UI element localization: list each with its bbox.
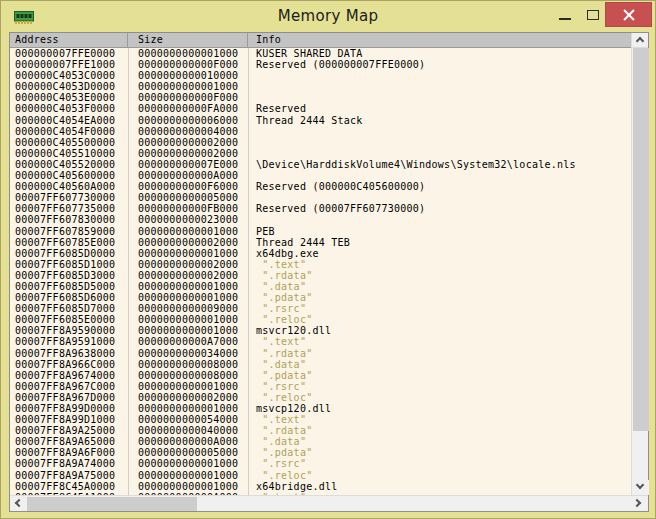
address-cell: 00007FF8A9674000: [10, 370, 128, 381]
table-row[interactable]: 00007FF8A9A250000000000000040000 ".rdata…: [10, 425, 631, 436]
size-cell: 0000000000040000: [128, 425, 248, 436]
info-cell: [248, 192, 631, 203]
horizontal-scrollbar[interactable]: [10, 495, 648, 511]
table-row[interactable]: 00007FF6078300000000000000023000: [10, 214, 631, 225]
table-row[interactable]: 000000C40560A00000000000000F6000Reserved…: [10, 181, 631, 192]
scroll-right-button[interactable]: [631, 496, 648, 511]
table-row[interactable]: 00007FF6085E00000000000000001000 ".reloc…: [10, 314, 631, 325]
info-cell: [248, 170, 631, 181]
size-cell: 0000000000008000: [128, 359, 248, 370]
table-row[interactable]: 00007FF6085D50000000000000001000 ".data": [10, 281, 631, 292]
table-row[interactable]: 000000C4053E0000000000000000F000: [10, 92, 631, 103]
address-cell: 000000C4053C0000: [10, 70, 128, 81]
address-cell: 00007FF60785E000: [10, 237, 128, 248]
table-row[interactable]: 000000C4055100000000000000002000: [10, 148, 631, 159]
table-row[interactable]: 00007FF8A959100000000000000A7000 ".text": [10, 336, 631, 347]
column-header-info[interactable]: Info: [248, 33, 631, 47]
close-button[interactable]: [605, 2, 652, 27]
table-row[interactable]: 000000C4054F00000000000000004000: [10, 126, 631, 137]
horizontal-scrollbar-thumb[interactable]: [27, 497, 197, 511]
table-row[interactable]: 00007FF60773500000000000000FB000Reserved…: [10, 203, 631, 214]
info-cell: ".reloc": [248, 392, 631, 403]
titlebar[interactable]: Memory Map: [1, 1, 655, 31]
size-cell: 0000000000001000: [128, 281, 248, 292]
column-divider: [248, 48, 249, 495]
info-cell: ".pdata": [248, 370, 631, 381]
address-cell: 000000C405510000: [10, 148, 128, 159]
address-cell: 00007FF8A9591000: [10, 336, 128, 347]
info-cell: [248, 70, 631, 81]
table-row[interactable]: 00007FF6085D30000000000000002000 ".rdata…: [10, 270, 631, 281]
address-cell: 000000C405520000: [10, 159, 128, 170]
info-cell: [248, 214, 631, 225]
vertical-scrollbar[interactable]: [631, 48, 648, 495]
table-row[interactable]: 00007FF8A96380000000000000034000 ".rdata…: [10, 348, 631, 359]
column-header-size[interactable]: Size: [128, 33, 248, 47]
table-row[interactable]: 00007FF8A95900000000000000001000msvcr120…: [10, 325, 631, 336]
address-cell: 00007FF8A9A6F000: [10, 447, 128, 458]
size-cell: 0000000000001000: [128, 81, 248, 92]
table-row[interactable]: 00007FF8A967C0000000000000001000 ".rsrc": [10, 381, 631, 392]
info-cell: PEB: [248, 226, 631, 237]
table-row[interactable]: 000000007FFE00000000000000001000KUSER_SH…: [10, 48, 631, 59]
table-row[interactable]: 00007FF6078590000000000000001000PEB: [10, 226, 631, 237]
table-row[interactable]: 00007FF6077300000000000000005000: [10, 192, 631, 203]
table-row[interactable]: 00007FF8A99D10000000000000054000 ".text": [10, 414, 631, 425]
table-row[interactable]: 00007FF6085D60000000000000001000 ".pdata…: [10, 292, 631, 303]
table-row[interactable]: 00007FF6085D00000000000000001000x64dbg.e…: [10, 248, 631, 259]
info-cell: ".pdata": [248, 292, 631, 303]
size-cell: 0000000000023000: [128, 214, 248, 225]
info-cell: ".data": [248, 281, 631, 292]
table-row[interactable]: 000000C405520000000000000007E000\Device\…: [10, 159, 631, 170]
chevron-right-icon: [633, 499, 641, 507]
size-cell: 0000000000001000: [128, 481, 248, 492]
table-row[interactable]: 000000C4054EA0000000000000006000Thread 2…: [10, 115, 631, 126]
scroll-down-button[interactable]: [632, 480, 649, 495]
table-row[interactable]: 00007FF8A9A65000000000000000A000 ".data": [10, 436, 631, 447]
table-row[interactable]: 000000C4055000000000000000002000: [10, 137, 631, 148]
column-header-address[interactable]: Address: [10, 33, 128, 47]
table-row[interactable]: 000000007FFE1000000000000000F000Reserved…: [10, 59, 631, 70]
scroll-up-button[interactable]: [631, 33, 648, 48]
info-cell: Reserved (000000C405600000): [248, 181, 631, 192]
table-row[interactable]: 000000C4053C00000000000000010000: [10, 70, 631, 81]
table-row[interactable]: 00007FF6085D10000000000000002000 ".text": [10, 259, 631, 270]
size-cell: 00000000000A7000: [128, 336, 248, 347]
info-cell: ".rsrc": [248, 381, 631, 392]
table-row[interactable]: 00007FF8A9A6F0000000000000005000 ".pdata…: [10, 447, 631, 458]
table-row[interactable]: 00007FF60785E0000000000000002000Thread 2…: [10, 237, 631, 248]
address-cell: 00007FF6085D7000: [10, 303, 128, 314]
info-cell: [248, 126, 631, 137]
table-row[interactable]: 00007FF8A9A750000000000000001000 ".reloc…: [10, 470, 631, 481]
table-row[interactable]: 00007FF8A99D00000000000000001000msvcp120…: [10, 403, 631, 414]
chevron-up-icon: [636, 37, 644, 45]
info-cell: msvcp120.dll: [248, 403, 631, 414]
minimize-button[interactable]: [551, 2, 579, 27]
vertical-scrollbar-thumb[interactable]: [633, 48, 649, 431]
table-row[interactable]: 00007FF8A9A740000000000000001000 ".rsrc": [10, 458, 631, 469]
address-cell: 000000C40560A000: [10, 181, 128, 192]
info-cell: ".text": [248, 336, 631, 347]
info-cell: ".rsrc": [248, 303, 631, 314]
table-row[interactable]: 000000C4053D00000000000000001000: [10, 81, 631, 92]
size-cell: 0000000000001000: [128, 403, 248, 414]
size-cell: 0000000000001000: [128, 325, 248, 336]
size-cell: 0000000000002000: [128, 148, 248, 159]
table-row[interactable]: 00007FF8A966C0000000000000008000 ".data": [10, 359, 631, 370]
table-row[interactable]: 00007FF8A96740000000000000008000 ".pdata…: [10, 370, 631, 381]
size-cell: 00000000000F6000: [128, 181, 248, 192]
table-row[interactable]: 00007FF8C45A00000000000000001000x64bridg…: [10, 481, 631, 492]
info-cell: ".rdata": [248, 348, 631, 359]
info-cell: ".rsrc": [248, 458, 631, 469]
table-row[interactable]: 00007FF8A967D0000000000000002000 ".reloc…: [10, 392, 631, 403]
size-cell: 0000000000002000: [128, 137, 248, 148]
table-row[interactable]: 000000C4053F000000000000000FA000Reserved: [10, 103, 631, 114]
address-cell: 00007FF8A9A65000: [10, 436, 128, 447]
table-row[interactable]: 00007FF6085D70000000000000009000 ".rsrc": [10, 303, 631, 314]
scroll-left-button[interactable]: [10, 496, 27, 511]
maximize-button[interactable]: [581, 2, 605, 27]
info-cell: KUSER_SHARED_DATA: [248, 48, 631, 59]
address-cell: 00007FF607730000: [10, 192, 128, 203]
address-cell: 00007FF8C45A0000: [10, 481, 128, 492]
table-row[interactable]: 000000C405600000000000000000A000: [10, 170, 631, 181]
